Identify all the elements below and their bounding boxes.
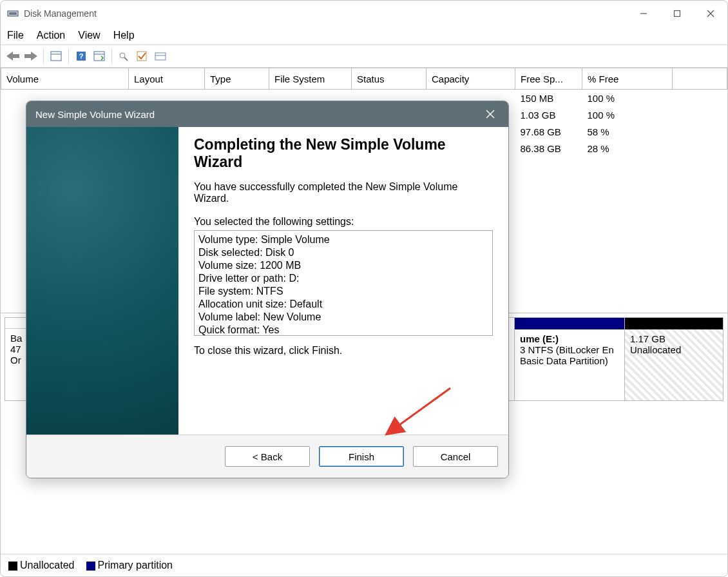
- menu-view[interactable]: View: [78, 30, 100, 41]
- part-label: 1.17 GB: [630, 333, 718, 344]
- wizard-setting-line: Disk selected: Disk 0: [198, 246, 488, 259]
- wizard-close-hint: To close this wizard, click Finish.: [194, 345, 493, 357]
- wizard-setting-line: File system: NTFS: [198, 285, 488, 298]
- wizard-setting-line: Quick format: Yes: [198, 324, 488, 336]
- wizard-content: Completing the New Simple Volume Wizard …: [178, 127, 508, 435]
- cell-pct: 100 %: [582, 90, 673, 107]
- maximize-button[interactable]: [660, 1, 694, 26]
- svg-marker-7: [24, 52, 37, 61]
- part-label: ume (E:): [520, 333, 619, 344]
- col-pctfree[interactable]: % Free: [582, 68, 673, 90]
- svg-rect-17: [155, 53, 166, 60]
- col-empty: [673, 68, 727, 90]
- cancel-button[interactable]: Cancel: [413, 446, 498, 467]
- titlebar: Disk Management: [1, 1, 727, 26]
- toolbar-panel-icon[interactable]: [48, 48, 64, 64]
- toolbar-props-icon[interactable]: [152, 48, 169, 64]
- wizard-title: New Simple Volume Wizard: [35, 109, 155, 120]
- toolbar-refresh-scan-icon[interactable]: [116, 48, 133, 64]
- legend-primary: Primary partition: [86, 560, 173, 571]
- partition-e[interactable]: ume (E:) 3 NTFS (BitLocker En Basic Data…: [514, 318, 624, 400]
- app-icon: [7, 8, 19, 19]
- col-type[interactable]: Type: [205, 68, 269, 90]
- svg-marker-6: [6, 52, 19, 61]
- wizard-setting-line: Drive letter or path: D:: [198, 272, 488, 285]
- window-title: Disk Management: [24, 8, 97, 19]
- col-capacity[interactable]: Capacity: [426, 68, 515, 90]
- col-layout[interactable]: Layout: [129, 68, 205, 90]
- finish-button[interactable]: Finish: [319, 446, 404, 467]
- partition-unallocated[interactable]: 1.17 GB Unallocated: [624, 318, 723, 400]
- nav-forward-icon[interactable]: [23, 48, 39, 64]
- col-free[interactable]: Free Sp...: [515, 68, 582, 90]
- col-volume[interactable]: Volume: [1, 68, 129, 90]
- legend: Unallocated Primary partition: [1, 554, 727, 576]
- menu-help[interactable]: Help: [113, 30, 135, 41]
- svg-text:?: ?: [79, 52, 84, 60]
- wizard-side-banner: [26, 127, 178, 435]
- wizard-titlebar: New Simple Volume Wizard: [26, 101, 508, 127]
- svg-rect-3: [675, 11, 680, 17]
- menu-action[interactable]: Action: [37, 30, 65, 41]
- cell-free: 1.03 GB: [515, 106, 582, 123]
- wizard-success-text: You have successfully completed the New …: [194, 181, 493, 204]
- minimize-button[interactable]: [627, 1, 660, 26]
- cell-free: 150 MB: [515, 90, 582, 107]
- cell-pct: 100 %: [582, 106, 673, 123]
- wizard-settings-label: You selected the following settings:: [194, 216, 493, 228]
- wizard-footer: < Back Finish Cancel: [26, 435, 508, 478]
- svg-rect-12: [94, 52, 104, 61]
- new-volume-wizard: New Simple Volume Wizard Completing the …: [26, 101, 509, 478]
- toolbar-help-icon[interactable]: ?: [73, 48, 90, 64]
- legend-unallocated: Unallocated: [8, 560, 75, 571]
- toolbar-check-icon[interactable]: [134, 48, 151, 64]
- wizard-setting-line: Volume label: New Volume: [198, 311, 488, 324]
- wizard-setting-line: Allocation unit size: Default: [198, 298, 488, 311]
- svg-line-15: [124, 57, 128, 61]
- cell-pct: 58 %: [582, 123, 673, 140]
- back-button[interactable]: < Back: [225, 446, 310, 467]
- close-button[interactable]: [694, 1, 727, 26]
- cell-free: 97.68 GB: [515, 123, 582, 140]
- wizard-setting-line: Volume size: 1200 MB: [198, 259, 488, 272]
- menubar: File Action View Help: [1, 26, 727, 45]
- nav-back-icon[interactable]: [5, 48, 21, 64]
- wizard-heading: Completing the New Simple Volume Wizard: [194, 136, 493, 171]
- wizard-close-button[interactable]: [481, 105, 499, 123]
- cell-free: 86.38 GB: [515, 140, 582, 157]
- col-filesystem[interactable]: File System: [269, 68, 352, 90]
- part-label: 3 NTFS (BitLocker En: [520, 344, 619, 355]
- svg-rect-8: [51, 52, 61, 61]
- toolbar: ?: [1, 45, 727, 68]
- menu-file[interactable]: File: [7, 30, 24, 41]
- svg-rect-1: [9, 12, 17, 15]
- part-label: Basic Data Partition): [520, 355, 619, 366]
- toolbar-detail-icon[interactable]: [91, 48, 108, 64]
- wizard-setting-line: Volume type: Simple Volume: [198, 233, 488, 246]
- svg-point-14: [120, 53, 125, 58]
- col-status[interactable]: Status: [352, 68, 426, 90]
- part-label: Unallocated: [630, 344, 718, 355]
- wizard-settings-list[interactable]: Volume type: Simple Volume Disk selected…: [194, 230, 493, 336]
- cell-pct: 28 %: [582, 140, 673, 157]
